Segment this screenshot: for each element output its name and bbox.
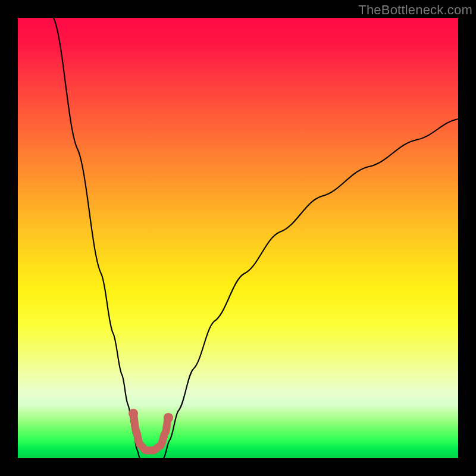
descending-curve [54, 18, 140, 458]
floor-highlight [133, 414, 168, 450]
watermark-label: TheBottleneck.com [358, 2, 472, 18]
chart-plot-area [18, 18, 458, 458]
highlight-end-dot [164, 413, 173, 422]
ascending-curve [164, 119, 458, 458]
highlight-end-dot [129, 409, 138, 418]
chart-svg [18, 18, 458, 458]
